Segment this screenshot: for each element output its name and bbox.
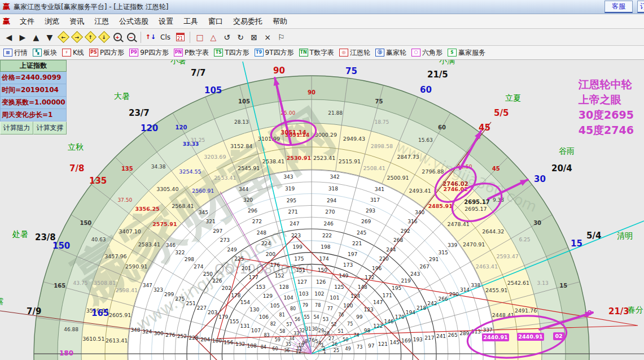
zoom-in-icon[interactable]: + bbox=[111, 31, 124, 44]
view-P四方形[interactable]: PSP四方形 bbox=[89, 48, 124, 58]
view-板块[interactable]: ▚板块 bbox=[33, 48, 57, 58]
view-9T四方形[interactable]: T99T四方形 bbox=[255, 48, 294, 58]
calc-button-0[interactable]: 计算阻力 bbox=[0, 122, 33, 135]
index-info-panel: 上证指数 价格=2440.9099时间=20190104变换系数=1.00000… bbox=[0, 60, 67, 135]
svg-text:21/5: 21/5 bbox=[427, 70, 448, 80]
menu-5[interactable]: 设置 bbox=[154, 16, 178, 27]
svg-text:105: 105 bbox=[204, 85, 222, 96]
box-x-tool-icon[interactable]: ⊠ bbox=[247, 31, 261, 44]
svg-text:273: 273 bbox=[220, 237, 230, 243]
view-badge-icon: Ⓑ bbox=[375, 49, 384, 57]
menu-bar: 赢 文件浏览资讯江恩公式选股设置工具窗口交易委托帮助 bbox=[0, 14, 644, 29]
svg-text:53: 53 bbox=[323, 317, 328, 322]
support-button[interactable]: 客服 bbox=[604, 1, 633, 13]
svg-text:298: 298 bbox=[185, 257, 194, 262]
svg-text:321: 321 bbox=[205, 219, 215, 224]
svg-text:2605.91: 2605.91 bbox=[109, 312, 131, 318]
view-badge-icon: ◎ bbox=[339, 49, 348, 57]
svg-text:2493.41: 2493.41 bbox=[409, 188, 431, 194]
clear-canvas-icon[interactable]: ⚐ bbox=[274, 31, 288, 44]
svg-text:150: 150 bbox=[52, 241, 70, 251]
svg-text:3: 3 bbox=[321, 343, 323, 348]
shift-up-icon[interactable]: ↑ bbox=[84, 31, 97, 44]
updown-marker-icon[interactable]: ↑↓ bbox=[144, 31, 157, 44]
menu-8[interactable]: 交易委托 bbox=[228, 16, 268, 27]
shift-left-icon[interactable]: ← bbox=[56, 31, 70, 44]
svg-text:272: 272 bbox=[252, 219, 262, 224]
svg-text:36: 36 bbox=[284, 348, 290, 353]
view-赢家轮[interactable]: Ⓑ赢家轮 bbox=[375, 48, 406, 58]
svg-text:293: 293 bbox=[366, 208, 375, 214]
svg-text:2898.58: 2898.58 bbox=[371, 143, 393, 149]
svg-text:274: 274 bbox=[194, 264, 203, 270]
pan-up-icon[interactable]: ▲ bbox=[29, 31, 43, 44]
svg-text:处暑: 处暑 bbox=[12, 229, 28, 238]
view-badge-icon: P9 bbox=[129, 49, 138, 57]
pan-right-icon[interactable]: ▶ bbox=[16, 31, 29, 44]
shift-down-icon[interactable]: ↓ bbox=[97, 31, 111, 44]
view-label: P数字表 bbox=[185, 48, 209, 58]
view-9P四方形[interactable]: P99P四方形 bbox=[129, 48, 169, 58]
support-button-partial[interactable]: 订 bbox=[637, 1, 644, 13]
view-T数字表[interactable]: TNT数字表 bbox=[299, 48, 334, 58]
svg-text:5/5: 5/5 bbox=[494, 108, 509, 118]
svg-text:269: 269 bbox=[361, 219, 371, 224]
svg-text:318: 318 bbox=[328, 186, 338, 192]
view-T四方形[interactable]: TST四方形 bbox=[214, 48, 249, 58]
shift-right-icon[interactable]: → bbox=[70, 31, 84, 44]
svg-text:154: 154 bbox=[240, 300, 250, 305]
pan-down-icon[interactable]: ▼ bbox=[43, 31, 56, 44]
view-江恩轮[interactable]: ◎江恩轮 bbox=[339, 48, 370, 58]
menu-1[interactable]: 浏览 bbox=[40, 16, 64, 27]
svg-text:275: 275 bbox=[175, 296, 185, 302]
svg-text:243: 243 bbox=[410, 271, 420, 277]
rotate-ccw-icon[interactable]: ↺ bbox=[220, 31, 234, 44]
svg-text:97: 97 bbox=[368, 343, 374, 349]
view-行情[interactable]: ▦行情 bbox=[3, 48, 28, 58]
svg-text:299: 299 bbox=[164, 292, 174, 297]
cls-icon[interactable]: Cls bbox=[157, 31, 173, 44]
calc-button-1[interactable]: 计算支撑 bbox=[33, 122, 67, 135]
gann-wheel-canvas[interactable]: 赢家财富网www.yingjia360.comQQ:100800360www.y… bbox=[0, 60, 644, 360]
view-赢家服务[interactable]: $赢家服务 bbox=[448, 48, 485, 58]
svg-text:228: 228 bbox=[189, 335, 199, 341]
svg-text:103: 103 bbox=[299, 291, 308, 297]
square-tool-icon[interactable]: □ bbox=[193, 31, 207, 44]
svg-text:46.88: 46.88 bbox=[64, 327, 78, 332]
menu-3[interactable]: 江恩 bbox=[89, 16, 114, 27]
pan-left-icon[interactable]: ◀ bbox=[2, 31, 16, 44]
svg-text:315: 315 bbox=[439, 250, 448, 255]
menu-9[interactable]: 帮助 bbox=[268, 16, 292, 27]
svg-text:33.33: 33.33 bbox=[183, 141, 199, 147]
svg-text:30: 30 bbox=[312, 327, 318, 332]
menu-2[interactable]: 资讯 bbox=[64, 16, 89, 27]
toolbar-separator bbox=[141, 32, 141, 43]
svg-text:223: 223 bbox=[291, 233, 301, 238]
svg-text:9.38: 9.38 bbox=[493, 197, 504, 203]
menu-7[interactable]: 窗口 bbox=[203, 16, 228, 27]
rotate-cw-icon[interactable]: ↻ bbox=[234, 31, 247, 44]
menu-6[interactable]: 工具 bbox=[178, 16, 203, 27]
svg-text:3254.55: 3254.55 bbox=[179, 168, 201, 175]
view-badge-icon: $ bbox=[448, 49, 457, 57]
svg-text:341: 341 bbox=[375, 186, 384, 192]
view-六角形[interactable]: ⬡六角形 bbox=[411, 48, 443, 58]
view-P数字表[interactable]: PNP数字表 bbox=[174, 48, 209, 58]
zoom-out-icon[interactable]: − bbox=[124, 31, 138, 44]
menu-0[interactable]: 文件 bbox=[15, 16, 40, 27]
triangle-tool-icon[interactable]: △ bbox=[207, 31, 220, 44]
svg-text:02: 02 bbox=[555, 333, 562, 339]
svg-text:199: 199 bbox=[293, 244, 303, 250]
view-K线[interactable]: ♯K线 bbox=[62, 48, 84, 58]
menu-4[interactable]: 公式选股 bbox=[114, 16, 154, 27]
svg-text:37.50: 37.50 bbox=[117, 197, 132, 203]
svg-text:338: 338 bbox=[471, 283, 480, 288]
svg-text:2508.41: 2508.41 bbox=[363, 165, 385, 171]
svg-text:2593.47: 2593.47 bbox=[496, 253, 518, 259]
svg-text:317: 317 bbox=[370, 197, 380, 203]
svg-text:105: 105 bbox=[270, 303, 279, 309]
calendar-icon[interactable]: 21 bbox=[173, 31, 187, 44]
svg-text:227: 227 bbox=[197, 305, 207, 311]
center-cross-icon[interactable]: × bbox=[261, 31, 274, 44]
svg-text:2515.91: 2515.91 bbox=[339, 158, 361, 164]
